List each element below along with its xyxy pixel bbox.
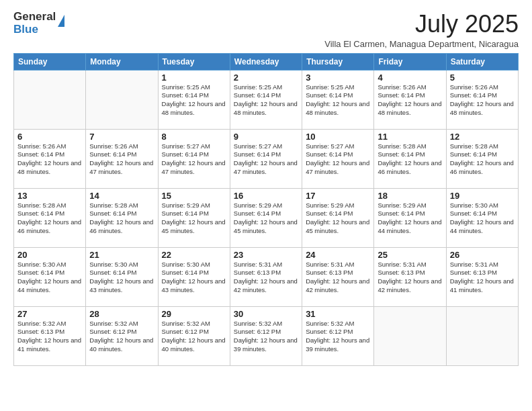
calendar-cell: 24Sunrise: 5:31 AM Sunset: 6:13 PM Dayli… (302, 247, 374, 306)
day-number: 16 (234, 191, 298, 201)
day-info: Sunrise: 5:25 AM Sunset: 6:14 PM Dayligh… (306, 83, 370, 118)
col-thursday: Thursday (302, 53, 374, 70)
calendar-cell: 27Sunrise: 5:32 AM Sunset: 6:13 PM Dayli… (14, 306, 86, 365)
day-number: 30 (234, 309, 298, 319)
calendar-cell (446, 306, 518, 365)
day-number: 8 (162, 132, 226, 142)
calendar-week-2: 6Sunrise: 5:26 AM Sunset: 6:14 PM Daylig… (14, 129, 519, 188)
day-info: Sunrise: 5:25 AM Sunset: 6:14 PM Dayligh… (162, 83, 226, 118)
calendar-cell: 7Sunrise: 5:26 AM Sunset: 6:14 PM Daylig… (86, 129, 158, 188)
day-info: Sunrise: 5:30 AM Sunset: 6:14 PM Dayligh… (162, 261, 226, 295)
day-number: 27 (17, 309, 82, 319)
logo-triangle-icon (58, 15, 64, 27)
day-number: 20 (17, 250, 82, 260)
calendar-cell: 25Sunrise: 5:31 AM Sunset: 6:13 PM Dayli… (374, 247, 446, 306)
day-info: Sunrise: 5:27 AM Sunset: 6:14 PM Dayligh… (306, 142, 370, 177)
day-number: 29 (162, 309, 226, 319)
day-number: 15 (162, 191, 226, 201)
subtitle: Villa El Carmen, Managua Department, Nic… (324, 39, 519, 49)
day-info: Sunrise: 5:26 AM Sunset: 6:14 PM Dayligh… (378, 83, 442, 118)
day-number: 11 (378, 132, 442, 142)
day-info: Sunrise: 5:27 AM Sunset: 6:14 PM Dayligh… (234, 142, 298, 177)
calendar-cell: 31Sunrise: 5:32 AM Sunset: 6:12 PM Dayli… (302, 306, 374, 365)
day-info: Sunrise: 5:29 AM Sunset: 6:14 PM Dayligh… (378, 201, 442, 236)
day-number: 12 (450, 132, 515, 142)
day-info: Sunrise: 5:28 AM Sunset: 6:14 PM Dayligh… (89, 201, 154, 236)
day-info: Sunrise: 5:28 AM Sunset: 6:14 PM Dayligh… (450, 142, 515, 177)
day-info: Sunrise: 5:30 AM Sunset: 6:14 PM Dayligh… (450, 201, 515, 236)
day-info: Sunrise: 5:28 AM Sunset: 6:14 PM Dayligh… (17, 201, 82, 236)
day-info: Sunrise: 5:28 AM Sunset: 6:14 PM Dayligh… (378, 142, 442, 177)
day-info: Sunrise: 5:31 AM Sunset: 6:13 PM Dayligh… (378, 261, 442, 295)
calendar: Sunday Monday Tuesday Wednesday Thursday… (13, 53, 519, 366)
month-title: July 2025 (324, 11, 519, 38)
day-number: 31 (306, 309, 370, 319)
logo: General Blue (13, 11, 64, 36)
day-info: Sunrise: 5:31 AM Sunset: 6:13 PM Dayligh… (450, 261, 515, 295)
day-number: 24 (306, 250, 370, 260)
day-number: 19 (450, 191, 515, 201)
calendar-cell: 26Sunrise: 5:31 AM Sunset: 6:13 PM Dayli… (446, 247, 518, 306)
col-friday: Friday (374, 53, 446, 70)
calendar-cell: 19Sunrise: 5:30 AM Sunset: 6:14 PM Dayli… (446, 188, 518, 247)
day-number: 13 (17, 191, 82, 201)
day-info: Sunrise: 5:29 AM Sunset: 6:14 PM Dayligh… (234, 201, 298, 236)
calendar-cell: 1Sunrise: 5:25 AM Sunset: 6:14 PM Daylig… (158, 70, 230, 129)
calendar-cell: 21Sunrise: 5:30 AM Sunset: 6:14 PM Dayli… (86, 247, 158, 306)
day-number: 9 (234, 132, 298, 142)
day-number: 4 (378, 73, 442, 83)
calendar-header-row: Sunday Monday Tuesday Wednesday Thursday… (14, 53, 519, 70)
calendar-cell: 13Sunrise: 5:28 AM Sunset: 6:14 PM Dayli… (14, 188, 86, 247)
day-number: 7 (89, 132, 154, 142)
col-sunday: Sunday (14, 53, 86, 70)
calendar-cell: 8Sunrise: 5:27 AM Sunset: 6:14 PM Daylig… (158, 129, 230, 188)
logo-blue: Blue (13, 24, 56, 36)
day-number: 23 (234, 250, 298, 260)
calendar-week-5: 27Sunrise: 5:32 AM Sunset: 6:13 PM Dayli… (14, 306, 519, 365)
day-info: Sunrise: 5:32 AM Sunset: 6:13 PM Dayligh… (17, 320, 82, 354)
day-number: 3 (306, 73, 370, 83)
day-info: Sunrise: 5:29 AM Sunset: 6:14 PM Dayligh… (306, 201, 370, 236)
day-info: Sunrise: 5:29 AM Sunset: 6:14 PM Dayligh… (162, 201, 226, 236)
calendar-cell: 9Sunrise: 5:27 AM Sunset: 6:14 PM Daylig… (230, 129, 302, 188)
day-info: Sunrise: 5:32 AM Sunset: 6:12 PM Dayligh… (234, 320, 298, 354)
calendar-cell: 5Sunrise: 5:26 AM Sunset: 6:14 PM Daylig… (446, 70, 518, 129)
col-saturday: Saturday (446, 53, 518, 70)
calendar-week-3: 13Sunrise: 5:28 AM Sunset: 6:14 PM Dayli… (14, 188, 519, 247)
day-info: Sunrise: 5:26 AM Sunset: 6:14 PM Dayligh… (17, 142, 82, 177)
day-info: Sunrise: 5:30 AM Sunset: 6:14 PM Dayligh… (17, 261, 82, 295)
day-info: Sunrise: 5:32 AM Sunset: 6:12 PM Dayligh… (306, 320, 370, 354)
calendar-cell (374, 306, 446, 365)
day-number: 25 (378, 250, 442, 260)
day-number: 1 (162, 73, 226, 83)
col-wednesday: Wednesday (230, 53, 302, 70)
day-number: 26 (450, 250, 515, 260)
calendar-cell: 17Sunrise: 5:29 AM Sunset: 6:14 PM Dayli… (302, 188, 374, 247)
calendar-week-1: 1Sunrise: 5:25 AM Sunset: 6:14 PM Daylig… (14, 70, 519, 129)
day-number: 22 (162, 250, 226, 260)
header: General Blue July 2025 Villa El Carmen, … (13, 11, 519, 49)
day-info: Sunrise: 5:26 AM Sunset: 6:14 PM Dayligh… (450, 83, 515, 118)
day-number: 14 (89, 191, 154, 201)
calendar-cell: 16Sunrise: 5:29 AM Sunset: 6:14 PM Dayli… (230, 188, 302, 247)
calendar-cell: 2Sunrise: 5:25 AM Sunset: 6:14 PM Daylig… (230, 70, 302, 129)
day-number: 21 (89, 250, 154, 260)
day-number: 17 (306, 191, 370, 201)
calendar-cell: 20Sunrise: 5:30 AM Sunset: 6:14 PM Dayli… (14, 247, 86, 306)
day-info: Sunrise: 5:31 AM Sunset: 6:13 PM Dayligh… (234, 261, 298, 295)
calendar-cell (86, 70, 158, 129)
col-monday: Monday (86, 53, 158, 70)
day-number: 6 (17, 132, 82, 142)
day-info: Sunrise: 5:30 AM Sunset: 6:14 PM Dayligh… (89, 261, 154, 295)
calendar-cell: 11Sunrise: 5:28 AM Sunset: 6:14 PM Dayli… (374, 129, 446, 188)
day-info: Sunrise: 5:26 AM Sunset: 6:14 PM Dayligh… (89, 142, 154, 177)
calendar-cell: 4Sunrise: 5:26 AM Sunset: 6:14 PM Daylig… (374, 70, 446, 129)
calendar-cell: 14Sunrise: 5:28 AM Sunset: 6:14 PM Dayli… (86, 188, 158, 247)
day-info: Sunrise: 5:32 AM Sunset: 6:12 PM Dayligh… (162, 320, 226, 354)
calendar-cell: 29Sunrise: 5:32 AM Sunset: 6:12 PM Dayli… (158, 306, 230, 365)
logo-general: General (13, 11, 56, 24)
day-number: 28 (89, 309, 154, 319)
col-tuesday: Tuesday (158, 53, 230, 70)
calendar-cell: 23Sunrise: 5:31 AM Sunset: 6:13 PM Dayli… (230, 247, 302, 306)
day-number: 10 (306, 132, 370, 142)
